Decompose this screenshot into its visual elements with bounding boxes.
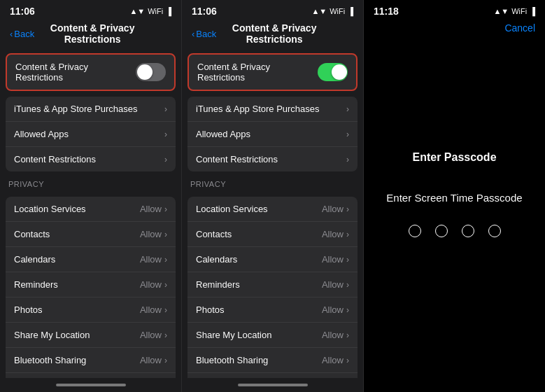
content-label-2: Content Restrictions [196, 154, 278, 164]
battery-icon-2: ▐ [348, 7, 353, 15]
toggle-row-1[interactable]: Content & Privacy Restrictions [7, 55, 174, 90]
privacy-section-2: Location Services Allow › Contacts Allow… [187, 197, 358, 378]
privacy-photos-2[interactable]: Photos Allow › [187, 298, 358, 323]
toggle-section-2: Content & Privacy Restrictions [187, 53, 358, 91]
list-item-itunes-2[interactable]: iTunes & App Store Purchases › [187, 97, 358, 122]
phone-panel-2: 11:06 ▲▼ WiFi ▐ ‹ Back Content & Privacy… [182, 0, 364, 392]
privacy-header-2: PRIVACY [182, 172, 363, 191]
photos-value-2: Allow [322, 304, 344, 315]
sharelocation-value-2: Allow [322, 330, 344, 340]
bluetooth-label-1: Bluetooth Sharing [14, 355, 86, 365]
content-label-1: Content Restrictions [14, 154, 96, 164]
nav-bar-1: ‹ Back Content & Privacy Restrictions [0, 20, 181, 49]
back-button-2[interactable]: ‹ Back [192, 29, 216, 39]
privacy-photos-1[interactable]: Photos Allow › [6, 298, 176, 323]
list-item-allowed-2[interactable]: Allowed Apps › [187, 122, 358, 147]
contacts-value-1: Allow [140, 229, 162, 239]
photos-chevron-2: › [346, 305, 349, 315]
photos-value-1: Allow [140, 304, 162, 315]
privacy-sharelocation-1[interactable]: Share My Location Allow › [6, 323, 176, 348]
privacy-calendars-1[interactable]: Calendars Allow › [6, 247, 176, 272]
location-value-1: Allow [140, 204, 162, 214]
calendars-chevron-2: › [346, 255, 349, 265]
contacts-right-2: Allow › [322, 229, 349, 239]
home-bar-1 [56, 384, 126, 386]
privacy-location-2[interactable]: Location Services Allow › [187, 197, 358, 222]
back-arrow-2: ‹ [192, 29, 194, 39]
phone-panel-1: 11:06 ▲▼ WiFi ▐ ‹ Back Content & Privacy… [0, 0, 182, 392]
location-label-2: Location Services [196, 204, 268, 214]
bluetooth-chevron-2: › [346, 356, 349, 365]
store-section-1: iTunes & App Store Purchases › Allowed A… [6, 97, 176, 172]
sharelocation-chevron-1: › [164, 330, 167, 340]
list-item-content-2[interactable]: Content Restrictions › [187, 147, 358, 172]
photos-label-1: Photos [14, 304, 42, 315]
privacy-reminders-1[interactable]: Reminders Allow › [6, 272, 176, 298]
location-value-2: Allow [322, 204, 344, 214]
location-right-2: Allow › [322, 204, 349, 214]
privacy-microphone-2[interactable]: Microphone Allow › [187, 373, 358, 378]
passcode-status-icons: ▲▼ WiFi ▐ [493, 7, 535, 15]
list-item-itunes-1[interactable]: iTunes & App Store Purchases › [6, 97, 176, 122]
privacy-contacts-2[interactable]: Contacts Allow › [187, 222, 358, 247]
contacts-value-2: Allow [322, 229, 344, 239]
passcode-dot-3 [462, 225, 474, 237]
passcode-signal-icon: ▲▼ [493, 7, 509, 15]
contacts-chevron-2: › [346, 230, 349, 239]
toggle-switch-2[interactable] [318, 63, 348, 81]
privacy-microphone-1[interactable]: Microphone Allow › [6, 373, 176, 378]
passcode-title-area: Enter Passcode Enter Screen Time Passcod… [364, 38, 545, 392]
chevron-content-2: › [346, 155, 349, 164]
passcode-battery-icon: ▐ [530, 7, 535, 15]
chevron-allowed-1: › [164, 130, 167, 139]
status-time-2: 11:06 [192, 6, 217, 17]
store-section-2: iTunes & App Store Purchases › Allowed A… [187, 97, 358, 172]
sharelocation-right-2: Allow › [322, 330, 349, 340]
reminders-value-2: Allow [322, 279, 344, 290]
contacts-label-1: Contacts [14, 229, 50, 239]
photos-chevron-1: › [164, 305, 167, 315]
calendars-right-1: Allow › [140, 254, 167, 265]
reminders-label-2: Reminders [196, 279, 240, 290]
signal-icon-2: ▲▼ [311, 7, 327, 15]
toggle-row-2[interactable]: Content & Privacy Restrictions [189, 55, 356, 90]
toggle-thumb-1 [137, 64, 153, 80]
calendars-value-1: Allow [140, 254, 162, 265]
location-label-1: Location Services [14, 204, 86, 214]
home-indicator-1 [0, 378, 181, 392]
passcode-panel: 11:18 ▲▼ WiFi ▐ Cancel Enter Passcode En… [364, 0, 545, 392]
back-arrow-1: ‹ [10, 29, 13, 39]
cancel-button[interactable]: Cancel [504, 22, 535, 34]
privacy-contacts-1[interactable]: Contacts Allow › [6, 222, 176, 247]
reminders-label-1: Reminders [14, 279, 58, 290]
calendars-chevron-1: › [164, 255, 167, 265]
contacts-right-1: Allow › [140, 229, 167, 239]
signal-icon-1: ▲▼ [129, 7, 145, 15]
privacy-calendars-2[interactable]: Calendars Allow › [187, 247, 358, 272]
list-item-content-1[interactable]: Content Restrictions › [6, 147, 176, 172]
wifi-icon-1: WiFi [148, 7, 163, 15]
status-bar-2: 11:06 ▲▼ WiFi ▐ [182, 0, 363, 20]
privacy-bluetooth-2[interactable]: Bluetooth Sharing Allow › [187, 348, 358, 373]
allowed-label-1: Allowed Apps [14, 129, 69, 139]
bluetooth-right-2: Allow › [322, 355, 349, 365]
back-button-1[interactable]: ‹ Back [10, 29, 34, 39]
bluetooth-chevron-1: › [164, 356, 167, 365]
calendars-label-1: Calendars [14, 254, 55, 265]
itunes-label-2: iTunes & App Store Purchases [196, 104, 320, 114]
privacy-sharelocation-2[interactable]: Share My Location Allow › [187, 323, 358, 348]
passcode-screen-title: Enter Passcode [412, 151, 496, 164]
status-icons-1: ▲▼ WiFi ▐ [129, 7, 171, 15]
nav-title-2: Content & Privacy Restrictions [216, 22, 332, 45]
list-item-allowed-1[interactable]: Allowed Apps › [6, 122, 176, 147]
passcode-wifi-icon: WiFi [511, 7, 527, 15]
privacy-bluetooth-1[interactable]: Bluetooth Sharing Allow › [6, 348, 176, 373]
privacy-location-1[interactable]: Location Services Allow › [6, 197, 176, 222]
privacy-reminders-2[interactable]: Reminders Allow › [187, 272, 358, 298]
bluetooth-value-1: Allow [140, 355, 162, 365]
location-right-1: Allow › [140, 204, 167, 214]
toggle-switch-1[interactable] [136, 63, 166, 81]
back-label-1: Back [14, 29, 34, 39]
toggle-section-1: Content & Privacy Restrictions [6, 53, 176, 91]
location-chevron-1: › [164, 204, 167, 214]
